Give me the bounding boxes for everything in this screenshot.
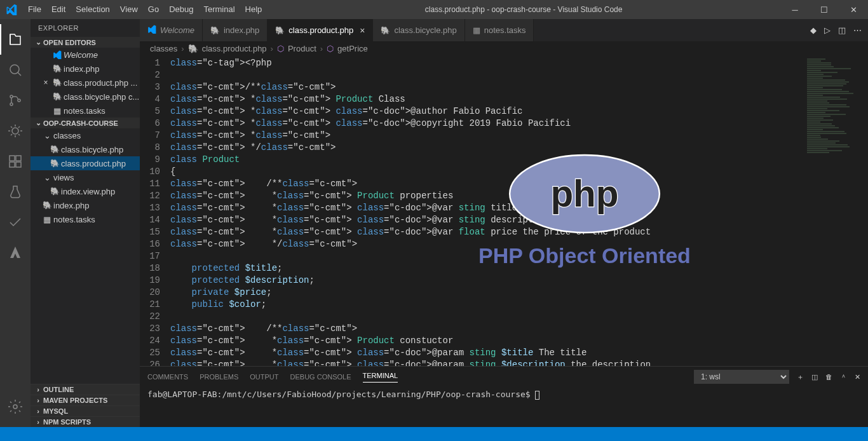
tree-item[interactable]: 🐘class.bicycle.php [31,142,140,156]
tab-label: class.product.php [288,25,353,35]
settings-gear-icon[interactable] [0,391,31,422]
breadcrumb-item[interactable]: getPrice [337,44,368,53]
editor-area: Welcome🐘index.php🐘class.product.php×🐘cla… [140,19,868,427]
compare-icon[interactable]: ◆ [810,25,817,35]
php-file-icon: 🐘 [275,26,285,35]
folder-icon: ⌄ [41,131,53,140]
menu-help[interactable]: Help [240,0,268,19]
open-editor-item[interactable]: 🐘index.php [31,62,140,76]
file-label: views [53,173,74,182]
panel-tab[interactable]: PROBLEMS [200,373,238,381]
debug-icon[interactable] [0,116,31,146]
breadcrumb-item[interactable]: class.product.php [202,44,267,53]
tree-item[interactable]: ▦notes.tasks [31,212,140,226]
php-file-icon: 🐘 [51,92,64,101]
open-editors-header[interactable]: ⌄OPEN EDITORS [31,37,140,48]
azure-icon[interactable] [0,238,31,268]
extensions-icon[interactable] [0,146,31,177]
folder-icon: ⌄ [41,173,53,182]
window-title: class.product.php - oop-crash-course - V… [267,5,780,14]
php-file-icon: 🐘 [41,201,53,210]
svg-point-9 [13,405,17,409]
close-tab-icon[interactable]: × [360,25,365,36]
tree-item[interactable]: 🐘class.product.php [31,156,140,170]
menu-selection[interactable]: Selection [71,0,114,19]
trash-icon[interactable]: 🗑 [825,373,832,381]
editor-tabs: Welcome🐘index.php🐘class.product.php×🐘cla… [140,19,868,41]
menu-debug[interactable]: Debug [164,0,198,19]
file-label: class.product.php [61,159,126,168]
file-label: class.bicycle.php [61,145,123,154]
tree-item[interactable]: ⌄views [31,170,140,184]
editor-tab[interactable]: Welcome [140,19,203,41]
tree-item[interactable]: ⌄classes [31,128,140,142]
maximize-button[interactable]: ☐ [810,0,839,19]
close-panel-icon[interactable]: ✕ [855,373,860,381]
status-bar[interactable] [0,427,868,441]
test-icon[interactable] [0,177,31,207]
breadcrumb-item[interactable]: classes [150,44,177,53]
panel-tab[interactable]: OUTPUT [250,373,278,381]
terminal-selector[interactable]: 1: wsl [694,370,789,384]
editor-tab[interactable]: 🐘index.php [203,19,268,41]
notes-file-icon: ▦ [41,215,53,224]
menu-view[interactable]: View [115,0,143,19]
source-control-icon[interactable] [0,85,31,116]
close-button[interactable]: ✕ [839,0,868,19]
tree-item[interactable]: 🐘index.view.php [31,184,140,198]
section-header[interactable]: ›MAVEN PROJECTS [31,395,140,405]
activity-bar [0,19,31,427]
open-editor-item[interactable]: ×🐘class.product.php ... [31,76,140,90]
open-editor-item[interactable]: Welcome [31,48,140,62]
breadcrumb-icon: ⬡ [277,44,284,53]
section-header[interactable]: ›OUTLINE [31,384,140,395]
file-label: index.php [53,201,89,210]
menu-edit[interactable]: Edit [46,0,71,19]
svg-rect-6 [16,156,21,161]
svg-rect-7 [10,162,15,167]
panel-tab[interactable]: TERMINAL [363,372,398,383]
tree-item[interactable]: 🐘index.php [31,198,140,212]
section-header[interactable]: ›MYSQL [31,405,140,416]
tab-label: index.php [224,25,259,35]
vscode-logo-icon [0,4,23,15]
breadcrumbs[interactable]: classes›🐘class.product.php›⬡Product›⬡get… [140,41,868,56]
file-label: Welcome [64,50,98,60]
minimize-button[interactable]: ─ [780,0,810,19]
close-icon[interactable]: × [41,78,51,87]
section-header[interactable]: ›NPM SCRIPTS [31,416,140,427]
more-icon[interactable]: ⋯ [853,25,862,35]
split-editor-icon[interactable]: ◫ [838,25,846,35]
svg-point-3 [18,99,20,102]
run-icon[interactable]: ▷ [824,25,831,35]
split-terminal-icon[interactable]: ◫ [811,373,818,381]
editor-tab[interactable]: ▦notes.tasks [465,19,534,41]
maximize-panel-icon[interactable]: ＾ [840,372,847,382]
menu-terminal[interactable]: Terminal [198,0,240,19]
file-label: index.view.php [61,187,115,196]
menu-go[interactable]: Go [143,0,164,19]
panel-tab[interactable]: COMMENTS [147,373,188,381]
vscode-icon [51,50,64,59]
php-file-icon: 🐘 [381,26,390,35]
editor-tab[interactable]: 🐘class.product.php× [268,19,373,41]
code-editor[interactable]: 1234567891011121314151617181920212223242… [140,56,868,366]
explorer-icon[interactable] [0,24,31,55]
open-editor-item[interactable]: 🐘class.bicycle.php c... [31,90,140,104]
breadcrumb-icon: ⬡ [327,44,334,53]
search-icon[interactable] [0,55,31,85]
new-terminal-icon[interactable]: ＋ [797,372,804,382]
project-header[interactable]: ⌄OOP-CRASH-COURSE [31,118,140,128]
php-file-icon: 🐘 [48,159,61,168]
editor-tab[interactable]: 🐘class.bicycle.php [373,19,465,41]
tab-label: Welcome [160,25,194,35]
menu-file[interactable]: File [23,0,46,19]
svg-point-4 [12,128,18,134]
check-icon[interactable] [0,207,31,238]
panel-tab[interactable]: DEBUG CONSOLE [290,373,351,381]
svg-point-2 [10,103,13,105]
svg-point-1 [10,95,13,98]
breadcrumb-item[interactable]: Product [288,44,316,53]
open-editor-item[interactable]: ▦notes.tasks [31,104,140,118]
terminal[interactable]: fab@LAPTOP-FAB:/mnt/c/Users/FabioHood/pr… [140,387,868,427]
